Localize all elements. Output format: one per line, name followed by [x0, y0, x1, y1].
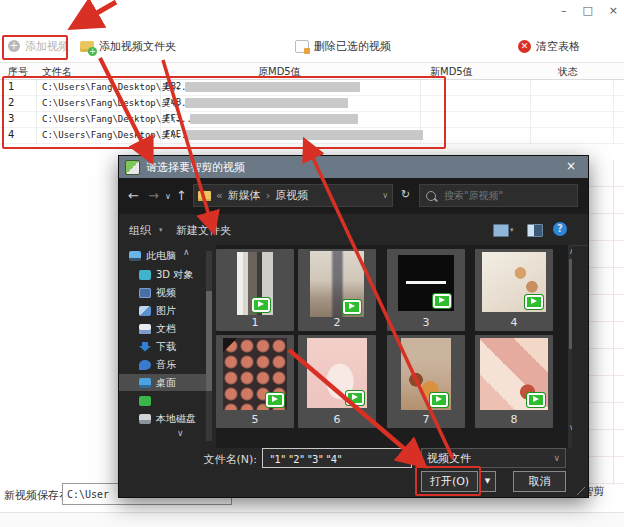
filename-label: 文件名(N):	[179, 452, 257, 467]
history-caret-icon[interactable]: ∨	[165, 192, 171, 201]
video-tile[interactable]: 1	[216, 249, 294, 331]
new-folder-button[interactable]: 新建文件夹	[176, 223, 231, 238]
address-bar[interactable]: « 新媒体 › 原视频 ∨	[193, 184, 393, 207]
play-badge-icon	[342, 299, 362, 315]
video-thumbnail	[310, 251, 364, 317]
thumbnail-view-icon[interactable]	[493, 224, 509, 237]
red-x-icon: ✕	[518, 40, 531, 53]
delete-selected-button[interactable]: 删除已选的视频	[295, 36, 391, 56]
empty-table-area	[589, 160, 624, 485]
redacted-md5	[190, 114, 358, 124]
video-thumbnail	[223, 338, 287, 410]
video-tile[interactable]: 8	[475, 335, 553, 428]
open-button[interactable]: 打开(O)	[421, 471, 478, 492]
play-badge-icon	[251, 297, 271, 313]
scrollbar-thumb[interactable]	[569, 259, 572, 349]
redacted-md5	[185, 130, 423, 140]
monitor-icon	[129, 251, 141, 261]
help-icon[interactable]: ?	[553, 222, 567, 236]
video-thumbnail	[307, 338, 367, 408]
video-tile[interactable]: 3	[387, 249, 465, 331]
filename-input[interactable]	[268, 449, 401, 469]
delete-selected-label: 删除已选的视频	[314, 39, 391, 54]
clear-table-label: 清空表格	[536, 39, 580, 54]
window-controls: – □ ×	[561, 4, 618, 17]
sidebar-item-downloads[interactable]: 下载	[119, 338, 207, 355]
download-icon	[139, 342, 151, 352]
folder-add-icon	[80, 41, 94, 52]
table-row[interactable]: 3 C:\Users\Fang\Desktop\吴\... FF3	[0, 111, 624, 128]
breadcrumb-item-media[interactable]: 新媒体	[228, 188, 261, 203]
up-button[interactable]: ↑	[176, 188, 187, 203]
sidebar-scrollbar[interactable]	[206, 251, 212, 441]
col-index: 序号	[8, 65, 28, 79]
cube-icon	[139, 270, 151, 280]
video-thumbnail	[237, 252, 273, 315]
scrollbar-thumb[interactable]	[206, 291, 212, 391]
dialog-titlebar: 请选择要智剪的视频 ×	[119, 156, 588, 178]
video-tile[interactable]: 2	[298, 249, 376, 331]
search-input[interactable]	[442, 189, 556, 202]
open-split-caret[interactable]: ▼	[479, 471, 496, 492]
add-video-folder-button[interactable]: 添加视频文件夹	[80, 36, 176, 56]
sidebar-item-videos[interactable]: 视频	[119, 284, 207, 301]
collapse-icon[interactable]: ∧	[183, 247, 190, 257]
view-caret-icon[interactable]: ▾	[510, 226, 514, 234]
video-thumbnail	[401, 338, 451, 410]
play-badge-icon	[265, 392, 285, 408]
play-badge-icon	[524, 294, 544, 310]
sidebar-item-music[interactable]: 音乐	[119, 356, 207, 373]
table-header: 序号 文件名 原MD5值 新MD5值 状态	[0, 62, 624, 80]
cancel-button[interactable]: 取消	[513, 471, 566, 492]
add-video-folder-label: 添加视频文件夹	[99, 39, 176, 54]
sidebar-item-local-disk[interactable]: 本地磁盘	[119, 410, 207, 427]
sidebar-item-green-app[interactable]	[119, 392, 207, 409]
table-row[interactable]: 2 C:\Users\Fang\Desktop\吴\... 74B	[0, 95, 624, 112]
sidebar-item-pictures[interactable]: 图片	[119, 302, 207, 319]
dialog-close-button[interactable]: ×	[566, 159, 576, 173]
filetype-dropdown[interactable]: 视频文件 ∨	[421, 448, 566, 468]
caption-text	[406, 281, 445, 284]
screenshot-root: { "colors": { "annotation_red": "#d93025…	[0, 0, 624, 527]
back-button[interactable]: ←	[128, 188, 139, 203]
sidebar-item-desktop[interactable]: 桌面	[119, 374, 207, 391]
redacted-md5	[185, 98, 348, 108]
sidebar-item-this-pc[interactable]: 此电脑	[119, 247, 207, 264]
minimize-button[interactable]: –	[561, 4, 567, 17]
file-grid: 1 2 3 4 5	[216, 245, 572, 448]
maximize-button[interactable]: □	[582, 4, 592, 17]
table-row[interactable]: 4 C:\Users\Fang\Desktop\吴\... FAE	[0, 127, 624, 144]
scroll-up-icon[interactable]: ∧	[568, 247, 572, 256]
filename-combobox[interactable]: ∨	[262, 448, 412, 468]
video-thumbnail	[480, 338, 548, 410]
grid-scrollbar[interactable]: ∧ ∨	[568, 245, 572, 448]
music-icon	[139, 360, 151, 370]
details-view-icon[interactable]	[527, 224, 543, 237]
refresh-icon[interactable]: ↻	[401, 188, 410, 201]
scroll-down-icon[interactable]: ∨	[568, 423, 572, 432]
breadcrumb-separator: ›	[266, 189, 270, 202]
redacted-md5	[185, 82, 360, 92]
file-open-dialog: 请选择要智剪的视频 × ← → ∨ ↑ « 新媒体 › 原视频 ∨ ↻ 组织 ▾…	[118, 155, 589, 498]
add-video-button[interactable]: + 添加视频	[8, 36, 69, 56]
forward-button[interactable]: →	[148, 188, 159, 203]
picture-icon	[139, 306, 151, 316]
close-button[interactable]: ×	[609, 4, 618, 17]
sidebar-item-3d-objects[interactable]: 3D 对象	[119, 266, 207, 283]
status-strip	[0, 512, 624, 527]
filename-caret-icon[interactable]: ∨	[400, 453, 407, 463]
breadcrumb-item-source-videos[interactable]: 原视频	[275, 188, 308, 203]
resize-grip[interactable]	[577, 487, 585, 495]
video-tile[interactable]: 6	[298, 335, 376, 428]
address-caret-icon[interactable]: ∨	[382, 191, 388, 200]
table-row[interactable]: 1 C:\Users\Fang\Desktop\吴\... EB2	[0, 79, 624, 96]
organize-button[interactable]: 组织	[129, 223, 151, 238]
sidebar-scroll-down-icon[interactable]: ∨	[177, 428, 184, 438]
video-tile[interactable]: 4	[475, 249, 553, 331]
video-tile[interactable]: 7	[387, 335, 465, 428]
clear-table-button[interactable]: ✕ 清空表格	[518, 36, 580, 56]
add-video-label: 添加视频	[25, 39, 69, 54]
search-icon	[426, 191, 436, 201]
sidebar-item-documents[interactable]: 文档	[119, 320, 207, 337]
video-tile[interactable]: 5	[216, 335, 294, 428]
